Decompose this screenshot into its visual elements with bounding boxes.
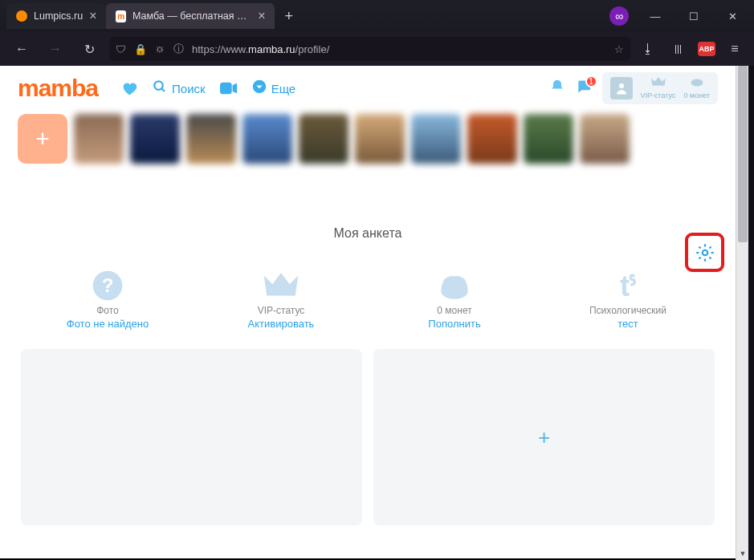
- userzone-vip[interactable]: VIP-статус: [641, 77, 676, 99]
- nav-back[interactable]: ←: [8, 35, 35, 63]
- profile-cards: ? Фото Фото не найдено VIP-статус Активи…: [0, 241, 736, 338]
- card-photo: ? Фото Фото не найдено: [35, 268, 180, 330]
- svg-text:t: t: [620, 270, 630, 302]
- info-icon[interactable]: ⓘ: [173, 42, 184, 56]
- photo-thumb[interactable]: [74, 114, 124, 164]
- crown-icon: [651, 77, 666, 91]
- tab-strip: Lumpics.ru × m Мамба — бесплатная сеть з…: [0, 0, 609, 32]
- svg-text:?: ?: [102, 275, 113, 296]
- permission-icon[interactable]: ⛭: [155, 43, 165, 55]
- test-icon: t: [610, 268, 646, 303]
- coins-icon: [690, 77, 704, 91]
- plus-icon: +: [35, 125, 50, 152]
- nav-reload[interactable]: ↻: [75, 35, 103, 63]
- avatar[interactable]: [610, 77, 633, 99]
- chevron-down-icon: [252, 79, 267, 98]
- url-path: /profile/: [295, 43, 330, 55]
- svg-point-10: [457, 276, 460, 279]
- nav-more[interactable]: Еще: [252, 79, 296, 98]
- profile-settings-button[interactable]: [685, 233, 724, 272]
- photo-thumb[interactable]: [130, 114, 180, 164]
- svg-point-6: [702, 250, 707, 255]
- address-bar: ← → ↻ 🛡 🔒 ⛭ ⓘ https://www.mamba.ru/profi…: [0, 32, 754, 66]
- photo-thumb[interactable]: [467, 114, 517, 164]
- photo-thumb[interactable]: [580, 114, 630, 164]
- menu-icon[interactable]: ≡: [723, 38, 746, 60]
- svg-rect-2: [220, 83, 232, 95]
- abp-icon[interactable]: ABP: [698, 42, 715, 56]
- browser-viewport: mamba Поиск Еще: [0, 66, 754, 560]
- card-coins: 0 монет Пополнить: [382, 268, 527, 330]
- photo-thumb[interactable]: [186, 114, 236, 164]
- nav-forward: →: [42, 35, 69, 63]
- new-tab-button[interactable]: +: [275, 8, 303, 25]
- card-link[interactable]: Активировать: [248, 318, 315, 330]
- toolbar-right: ⭳ ⫼ ABP ≡: [637, 38, 746, 60]
- window-minimize[interactable]: —: [637, 0, 674, 32]
- url-prefix: https://www.: [192, 43, 248, 55]
- card-label: 0 монет: [437, 305, 471, 316]
- purse-icon: [437, 268, 472, 303]
- favicon-mamba: m: [116, 10, 125, 22]
- close-icon[interactable]: ×: [258, 10, 265, 22]
- userzone-coins[interactable]: 0 монет: [684, 77, 711, 99]
- card-link[interactable]: Фото не найдено: [67, 318, 149, 330]
- svg-point-9: [449, 276, 452, 279]
- lock-icon[interactable]: 🔒: [134, 43, 147, 55]
- card-vip: VIP-статус Активировать: [209, 268, 353, 330]
- card-label: Фото: [96, 305, 119, 316]
- favicon-lumpics: [16, 10, 27, 22]
- extension-icon[interactable]: ∞: [609, 6, 629, 26]
- crown-icon: [263, 268, 299, 303]
- user-zone[interactable]: VIP-статус 0 монет: [602, 72, 718, 104]
- messages-badge: 1: [585, 75, 597, 87]
- notifications-icon[interactable]: [549, 79, 565, 99]
- add-icon[interactable]: +: [538, 425, 550, 450]
- photo-thumb[interactable]: [524, 114, 573, 164]
- photo-thumb[interactable]: [411, 114, 461, 164]
- card-link[interactable]: тест: [617, 318, 638, 330]
- nav-more-label: Еще: [271, 82, 296, 95]
- download-icon[interactable]: ⭳: [637, 38, 659, 60]
- tab-mamba[interactable]: m Мамба — бесплатная сеть зна ×: [106, 3, 275, 29]
- nav-search-label: Поиск: [172, 82, 206, 95]
- header-right: 1 VIP-статус 0 монет: [549, 72, 718, 104]
- section-title: Моя анкета: [0, 226, 736, 241]
- scroll-thumb[interactable]: [738, 66, 748, 242]
- tab-title: Lumpics.ru: [34, 10, 83, 22]
- search-icon: [153, 79, 167, 98]
- tab-lumpics[interactable]: Lumpics.ru ×: [6, 3, 106, 29]
- window-maximize[interactable]: ☐: [675, 0, 712, 32]
- panel-left[interactable]: [21, 349, 362, 526]
- shield-icon[interactable]: 🛡: [116, 43, 126, 55]
- card-label: Психологический: [589, 305, 666, 316]
- nav-likes[interactable]: [120, 79, 138, 97]
- browser-titlebar: Lumpics.ru × m Мамба — бесплатная сеть з…: [0, 0, 754, 32]
- profile-panels: +: [0, 338, 736, 537]
- photo-thumb[interactable]: [299, 114, 348, 164]
- scroll-down[interactable]: ▼: [736, 547, 749, 560]
- card-label: VIP-статус: [258, 305, 305, 316]
- url-text: https://www.mamba.ru/profile/: [192, 43, 329, 55]
- url-box[interactable]: 🛡 🔒 ⛭ ⓘ https://www.mamba.ru/profile/ ☆: [109, 37, 630, 61]
- add-photo-tile[interactable]: +: [18, 114, 67, 164]
- window-controls: ∞ — ☐ ✕: [609, 0, 754, 32]
- close-icon[interactable]: ×: [89, 10, 96, 22]
- card-link[interactable]: Пополнить: [428, 318, 480, 330]
- gear-icon: [695, 242, 715, 263]
- site-nav: Поиск Еще: [120, 79, 295, 98]
- library-icon[interactable]: ⫼: [667, 38, 690, 60]
- nav-search[interactable]: Поиск: [153, 79, 206, 98]
- messages-icon[interactable]: 1: [575, 79, 593, 99]
- page-content: mamba Поиск Еще: [0, 66, 736, 560]
- tab-title: Мамба — бесплатная сеть зна: [132, 10, 251, 22]
- bookmark-icon[interactable]: ☆: [614, 43, 624, 55]
- window-close[interactable]: ✕: [714, 0, 751, 32]
- photo-strip: +: [0, 111, 736, 170]
- nav-video[interactable]: [220, 82, 238, 95]
- page-scrollbar[interactable]: ▲ ▼: [736, 66, 748, 560]
- site-logo[interactable]: mamba: [18, 75, 98, 102]
- panel-right[interactable]: +: [373, 349, 715, 526]
- photo-thumb[interactable]: [243, 114, 292, 164]
- photo-thumb[interactable]: [355, 114, 405, 164]
